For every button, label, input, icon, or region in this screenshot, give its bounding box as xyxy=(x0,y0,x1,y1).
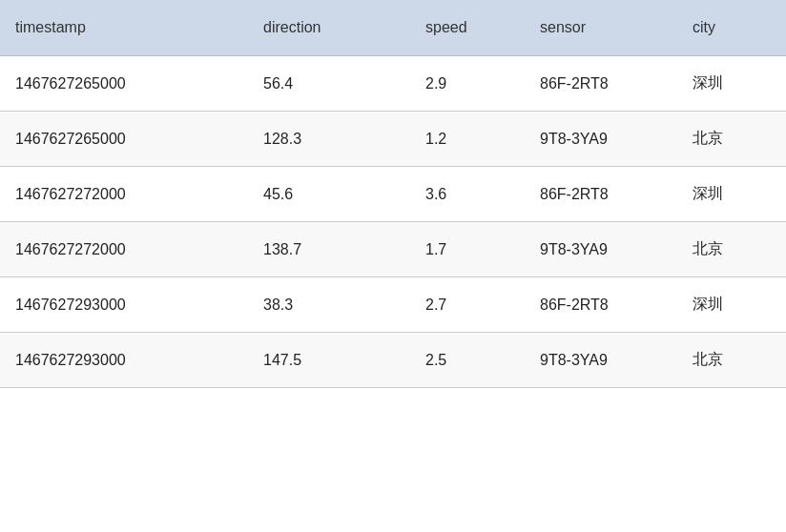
cell-city: 深圳 xyxy=(677,167,786,222)
cell-speed: 1.7 xyxy=(410,222,525,277)
cell-speed: 3.6 xyxy=(410,167,525,222)
table-row: 146762727200045.63.686F-2RT8深圳 xyxy=(0,167,786,222)
cell-speed: 1.2 xyxy=(410,112,525,167)
cell-timestamp: 1467627293000 xyxy=(0,333,248,388)
col-header-sensor: sensor xyxy=(525,0,677,56)
cell-direction: 45.6 xyxy=(248,167,410,222)
cell-sensor: 86F-2RT8 xyxy=(525,56,677,112)
table-row: 1467627272000138.71.79T8-3YA9北京 xyxy=(0,222,786,277)
col-header-direction: direction xyxy=(248,0,410,56)
cell-city: 深圳 xyxy=(677,277,786,333)
cell-timestamp: 1467627272000 xyxy=(0,167,248,222)
table-row: 1467627265000128.31.29T8-3YA9北京 xyxy=(0,112,786,167)
col-header-speed: speed xyxy=(410,0,525,56)
cell-direction: 147.5 xyxy=(248,333,410,388)
cell-city: 北京 xyxy=(677,112,786,167)
cell-sensor: 9T8-3YA9 xyxy=(525,112,677,167)
table-header: timestamp direction speed sensor city xyxy=(0,0,786,56)
data-table: timestamp direction speed sensor city 14… xyxy=(0,0,786,388)
cell-city: 深圳 xyxy=(677,56,786,112)
cell-speed: 2.7 xyxy=(410,277,525,333)
cell-direction: 138.7 xyxy=(248,222,410,277)
cell-timestamp: 1467627265000 xyxy=(0,112,248,167)
cell-timestamp: 1467627265000 xyxy=(0,56,248,112)
table-row: 146762729300038.32.786F-2RT8深圳 xyxy=(0,277,786,333)
cell-city: 北京 xyxy=(677,333,786,388)
cell-timestamp: 1467627272000 xyxy=(0,222,248,277)
table-row: 1467627293000147.52.59T8-3YA9北京 xyxy=(0,333,786,388)
table-row: 146762726500056.42.986F-2RT8深圳 xyxy=(0,56,786,112)
table-body: 146762726500056.42.986F-2RT8深圳1467627265… xyxy=(0,56,786,388)
cell-direction: 56.4 xyxy=(248,56,410,112)
cell-speed: 2.9 xyxy=(410,56,525,112)
data-table-container: timestamp direction speed sensor city 14… xyxy=(0,0,786,532)
cell-sensor: 9T8-3YA9 xyxy=(525,222,677,277)
cell-sensor: 9T8-3YA9 xyxy=(525,333,677,388)
cell-direction: 38.3 xyxy=(248,277,410,333)
table-header-row: timestamp direction speed sensor city xyxy=(0,0,786,56)
cell-direction: 128.3 xyxy=(248,112,410,167)
cell-sensor: 86F-2RT8 xyxy=(525,167,677,222)
cell-sensor: 86F-2RT8 xyxy=(525,277,677,333)
col-header-city: city xyxy=(677,0,786,56)
col-header-timestamp: timestamp xyxy=(0,0,248,56)
cell-timestamp: 1467627293000 xyxy=(0,277,248,333)
cell-city: 北京 xyxy=(677,222,786,277)
cell-speed: 2.5 xyxy=(410,333,525,388)
